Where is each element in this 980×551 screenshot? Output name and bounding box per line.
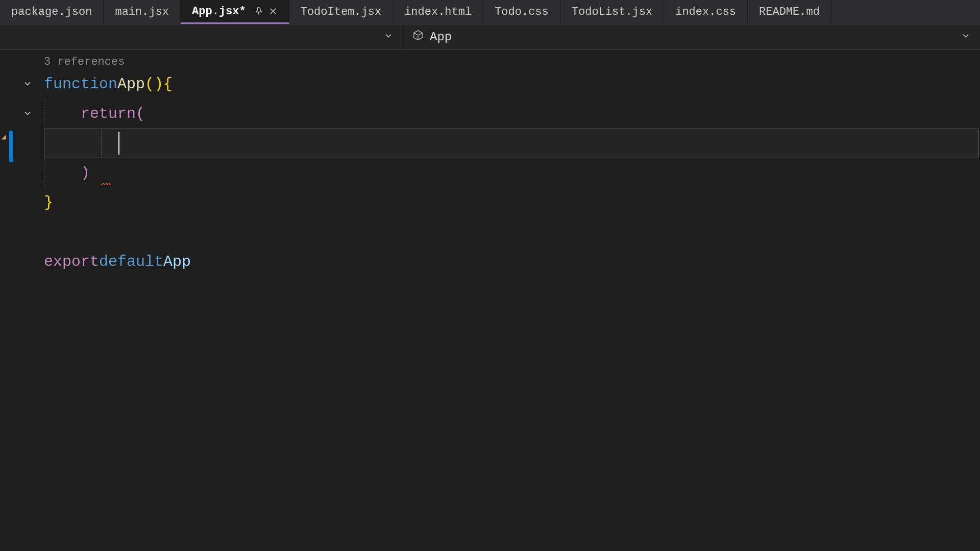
tab-index-css[interactable]: index.css [664, 0, 748, 24]
breadcrumb-scope-dropdown[interactable] [0, 24, 403, 49]
code-line: export default App [44, 247, 980, 277]
fold-toggle[interactable] [21, 107, 34, 119]
tab-main-jsx[interactable]: main.jsx [104, 0, 181, 24]
code-editor[interactable]: ◢ 3 references function App() { return (… [0, 50, 980, 551]
code-line: } [44, 188, 980, 217]
cube-icon [412, 30, 424, 44]
code-line: return ( [44, 99, 980, 129]
tab-index-html[interactable]: index.html [393, 0, 483, 24]
chevron-down-icon [383, 31, 394, 43]
tab-bar: package.json main.jsx App.jsx* TodoItem.… [0, 0, 980, 24]
fold-toggle[interactable] [21, 78, 34, 90]
text-cursor [118, 132, 119, 155]
code-line: function App() { [44, 69, 980, 99]
editor-gutter: ◢ [0, 50, 41, 551]
code-line-blank [44, 217, 980, 247]
tab-app-jsx[interactable]: App.jsx* [181, 0, 289, 24]
close-tab-icon[interactable] [268, 7, 278, 16]
tab-todolist-jsx[interactable]: TodoList.jsx [560, 0, 664, 24]
breadcrumb-bar: App [0, 24, 980, 50]
codelens-references[interactable]: 3 references [44, 50, 980, 69]
chevron-down-icon [961, 31, 971, 43]
pin-tab-icon[interactable] [254, 7, 263, 16]
change-indicator [9, 131, 13, 162]
error-squiggle [101, 183, 111, 185]
breadcrumb-symbol-dropdown[interactable]: App [403, 24, 980, 49]
tab-package-json[interactable]: package.json [0, 0, 104, 24]
code-line: ) [44, 158, 980, 188]
breadcrumb-symbol-name: App [430, 30, 452, 44]
tab-todo-css[interactable]: Todo.css [483, 0, 560, 24]
warning-glyph-icon: ◢ [0, 131, 7, 143]
code-line-current [44, 129, 979, 158]
tab-readme-md[interactable]: README.md [748, 0, 831, 24]
tab-todoitem-jsx[interactable]: TodoItem.jsx [289, 0, 393, 24]
